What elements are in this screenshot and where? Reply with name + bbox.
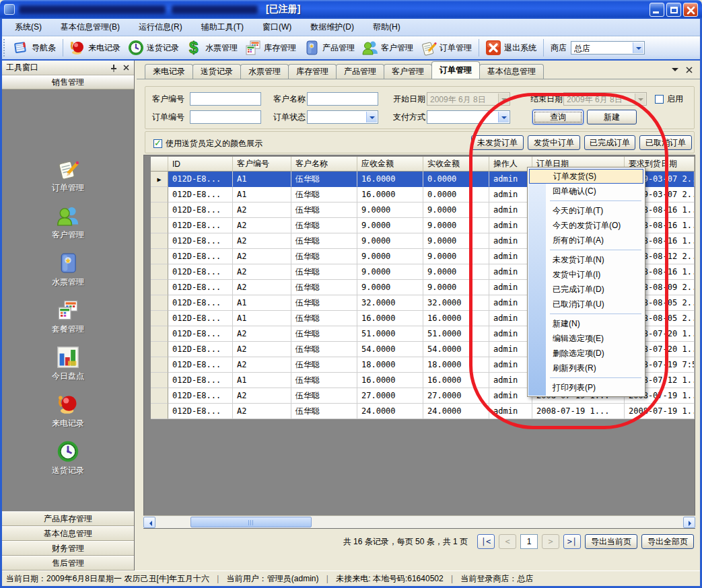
toolbar-navigator-button[interactable]: 导航条 <box>9 38 60 58</box>
context-menu-item[interactable]: 今天的发货订单(O) <box>528 218 644 233</box>
close-button[interactable] <box>683 3 698 17</box>
end-date-picker[interactable]: 2009年 6月 8日 <box>563 92 647 106</box>
context-menu-item[interactable]: 发货中订单(I) <box>528 267 644 282</box>
context-menu-item[interactable]: 回单确认(C) <box>528 184 644 198</box>
chevron-down-icon[interactable] <box>366 112 377 122</box>
row-selector[interactable] <box>151 342 168 357</box>
tab-list-dropdown-icon[interactable] <box>672 68 678 75</box>
toolbar-product-button[interactable]: 产品管理 <box>300 38 359 58</box>
tab-water-ticket[interactable]: 水票管理 <box>240 64 289 79</box>
last-page-button[interactable]: >| <box>563 534 581 549</box>
row-selector[interactable] <box>151 388 168 404</box>
sidebar-section-product-inventory[interactable]: 产品库存管理 <box>2 511 134 526</box>
toolbar-delivery-log-button[interactable]: 送货记录 <box>125 38 183 58</box>
payment-method-select[interactable] <box>427 110 510 124</box>
first-page-button[interactable]: |< <box>477 534 495 549</box>
filter-shipping-button[interactable]: 发货中订单 <box>528 135 580 150</box>
order-no-input[interactable] <box>190 110 261 124</box>
sidebar-section-finance[interactable]: 财务管理 <box>2 541 134 556</box>
row-selector[interactable] <box>151 264 168 280</box>
toolbar-customer-button[interactable]: 客户管理 <box>359 38 417 58</box>
row-selector[interactable] <box>151 311 168 326</box>
context-menu-item[interactable]: 刷新列表(R) <box>528 361 644 375</box>
shop-select[interactable]: 总店 <box>571 41 645 54</box>
toolbar-exit-button[interactable]: 退出系统 <box>482 38 540 58</box>
pin-icon[interactable] <box>110 64 117 72</box>
toolbar-water-ticket-button[interactable]: $ 水票管理 <box>183 38 242 58</box>
menu-help[interactable]: 帮助(H) <box>365 20 409 35</box>
header-id[interactable]: ID <box>168 157 233 172</box>
sidebar-item-water-ticket[interactable]: 水票管理 <box>2 251 134 288</box>
header-received[interactable]: 实收金额 <box>423 157 489 172</box>
toolbar-call-log-button[interactable]: 来电记录 <box>66 38 125 58</box>
context-menu-item[interactable]: 所有的订单(A) <box>528 233 644 248</box>
scroll-left-icon[interactable] <box>143 517 155 528</box>
context-menu-item[interactable]: 删除选定项(D) <box>528 346 644 361</box>
tab-customer[interactable]: 客户管理 <box>384 64 432 79</box>
table-row[interactable]: 012D-E8...A2伍华聪24.000024.0000admin2008-0… <box>151 404 695 419</box>
row-selector[interactable] <box>151 326 168 342</box>
tab-order-management[interactable]: 订单管理 <box>431 61 480 79</box>
menu-data-maintenance[interactable]: 数据维护(D) <box>302 20 362 35</box>
page-number-input[interactable]: 1 <box>520 534 538 549</box>
row-selector[interactable] <box>151 249 168 264</box>
horizontal-scrollbar[interactable] <box>143 515 695 528</box>
checkbox-checked-icon[interactable] <box>153 139 162 148</box>
filter-completed-button[interactable]: 已完成订单 <box>584 135 635 150</box>
scrollbar-thumb[interactable] <box>190 517 312 527</box>
tab-close-icon[interactable] <box>685 66 693 74</box>
menu-system[interactable]: 系统(S) <box>7 20 50 35</box>
sidebar-item-delivery-log[interactable]: 送货记录 <box>2 439 134 476</box>
close-icon[interactable] <box>122 64 130 71</box>
sidebar-item-order-management[interactable]: 订单管理 <box>2 157 134 194</box>
new-button[interactable]: 新建 <box>587 110 637 124</box>
sidebar-section-sales[interactable]: 销售管理 <box>2 75 134 89</box>
tab-basic-info[interactable]: 基本信息管理 <box>479 64 544 79</box>
toolbar-order-button[interactable]: 订单管理 <box>417 38 476 58</box>
row-selector[interactable] <box>151 404 168 419</box>
start-date-picker[interactable]: 2009年 6月 8日 <box>427 92 510 106</box>
row-selector[interactable] <box>151 218 168 233</box>
minimize-button[interactable] <box>650 3 664 17</box>
sidebar-item-customer-management[interactable]: 客户管理 <box>2 204 134 241</box>
query-button[interactable]: 查询 <box>532 110 584 124</box>
scroll-right-icon[interactable] <box>683 517 695 528</box>
row-selector[interactable] <box>151 357 168 373</box>
toolbar-inventory-button[interactable]: 库存管理 <box>242 38 300 58</box>
order-status-select[interactable] <box>307 110 378 124</box>
header-operator[interactable]: 操作人 <box>489 157 532 172</box>
sidebar-section-basic-info[interactable]: 基本信息管理 <box>2 526 134 541</box>
menu-basic-info[interactable]: 基本信息管理(B) <box>52 20 128 35</box>
chevron-down-icon[interactable] <box>498 94 509 104</box>
checkbox-icon[interactable] <box>655 95 664 104</box>
menu-window[interactable]: 窗口(W) <box>254 20 300 35</box>
context-menu-item[interactable]: 未发货订单(N) <box>528 252 644 267</box>
row-selector[interactable] <box>151 280 168 295</box>
filter-unshipped-button[interactable]: 未发货订单 <box>471 135 524 150</box>
row-selector[interactable] <box>151 295 168 311</box>
tab-product[interactable]: 产品管理 <box>336 64 384 79</box>
row-selector[interactable] <box>151 373 168 388</box>
maximize-button[interactable] <box>666 3 681 17</box>
driver-color-checkbox[interactable]: 使用送货员定义的颜色展示 <box>153 138 262 149</box>
context-menu-item[interactable]: 编辑选定项(E) <box>528 331 644 346</box>
enable-date-checkbox[interactable]: 启用 <box>655 94 683 105</box>
row-selector[interactable] <box>151 233 168 249</box>
header-receivable[interactable]: 应收金额 <box>357 157 423 172</box>
header-customer-name[interactable]: 客户名称 <box>291 157 357 172</box>
row-selector[interactable] <box>151 203 168 218</box>
sidebar-item-today-stock[interactable]: 今日盘点 <box>2 345 134 382</box>
context-menu-item[interactable]: 今天的订单(T) <box>528 203 644 218</box>
context-menu-item[interactable]: 已完成订单(D) <box>528 282 644 297</box>
export-current-page-button[interactable]: 导出当前页 <box>585 534 637 549</box>
sidebar-section-after-sales[interactable]: 售后管理 <box>2 556 134 571</box>
tab-inventory[interactable]: 库存管理 <box>288 64 337 79</box>
menu-aux-tools[interactable]: 辅助工具(T) <box>193 20 252 35</box>
sidebar-item-call-log[interactable]: 来电记录 <box>2 392 134 429</box>
next-page-button[interactable]: > <box>542 534 559 549</box>
context-menu-item[interactable]: 已取消订单(U) <box>528 297 644 311</box>
row-selector[interactable] <box>151 187 168 203</box>
sidebar-item-package[interactable]: 套餐管理 <box>2 298 134 335</box>
prev-page-button[interactable]: < <box>499 534 516 549</box>
chevron-down-icon[interactable] <box>633 42 643 53</box>
